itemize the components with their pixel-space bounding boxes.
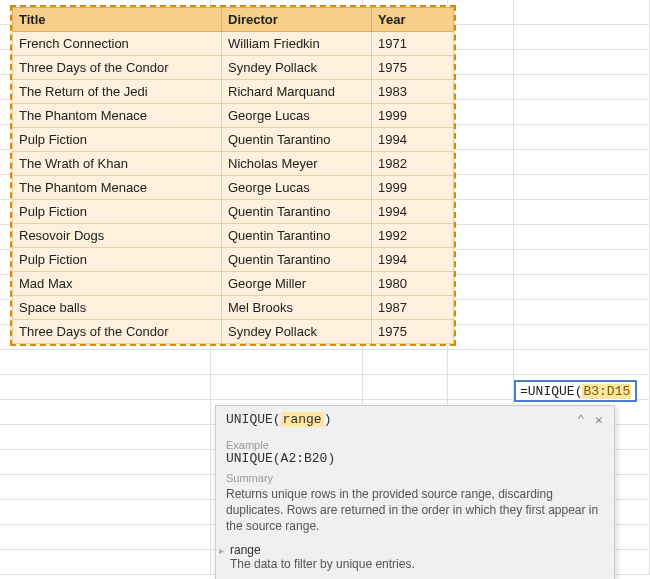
cell-director[interactable]: George Miller [222, 272, 372, 296]
cell[interactable] [0, 450, 211, 475]
cell-title[interactable]: Mad Max [13, 272, 222, 296]
cell[interactable] [448, 25, 514, 50]
table-row: The Phantom MenaceGeorge Lucas1999 [13, 176, 454, 200]
cell[interactable] [448, 0, 514, 25]
cell[interactable] [514, 225, 650, 250]
cell[interactable] [448, 150, 514, 175]
cell-title[interactable]: Space balls [13, 296, 222, 320]
cell[interactable] [514, 150, 650, 175]
cell-title[interactable]: The Phantom Menace [13, 176, 222, 200]
cell[interactable] [448, 175, 514, 200]
cell[interactable] [0, 500, 211, 525]
header-year[interactable]: Year [372, 8, 454, 32]
cell-director[interactable]: George Lucas [222, 176, 372, 200]
cell-director[interactable]: Quentin Tarantino [222, 224, 372, 248]
cell-title[interactable]: Resovoir Dogs [13, 224, 222, 248]
cell-title[interactable]: The Wrath of Khan [13, 152, 222, 176]
cell-year[interactable]: 1992 [372, 224, 454, 248]
cell-title[interactable]: Pulp Fiction [13, 200, 222, 224]
cell[interactable] [514, 125, 650, 150]
cell-title[interactable]: The Return of the Jedi [13, 80, 222, 104]
cell-year[interactable]: 1983 [372, 80, 454, 104]
cell[interactable] [0, 550, 211, 575]
cell-year[interactable]: 1994 [372, 128, 454, 152]
cell[interactable] [514, 100, 650, 125]
arrow-icon[interactable]: ▸ [216, 543, 226, 556]
tooltip-header: UNIQUE(range) ⌃ ✕ [216, 406, 614, 429]
cell[interactable] [514, 25, 650, 50]
cell[interactable] [0, 475, 211, 500]
cell[interactable] [211, 350, 363, 375]
cell-director[interactable]: William Friedkin [222, 32, 372, 56]
cell[interactable] [448, 275, 514, 300]
cell-director[interactable]: Richard Marquand [222, 80, 372, 104]
table-row: Pulp FictionQuentin Tarantino1994 [13, 200, 454, 224]
cell-year[interactable]: 1980 [372, 272, 454, 296]
cell[interactable] [514, 50, 650, 75]
cell[interactable] [448, 225, 514, 250]
header-title[interactable]: Title [13, 8, 222, 32]
cell-year[interactable]: 1999 [372, 176, 454, 200]
cell[interactable] [448, 325, 514, 350]
cell[interactable] [448, 125, 514, 150]
cell-year[interactable]: 1987 [372, 296, 454, 320]
close-icon[interactable]: ✕ [592, 413, 606, 427]
header-director[interactable]: Director [222, 8, 372, 32]
cell-director[interactable]: Syndey Pollack [222, 56, 372, 80]
cell-director[interactable]: George Lucas [222, 104, 372, 128]
cell[interactable] [448, 200, 514, 225]
cell[interactable] [514, 275, 650, 300]
cell-director[interactable]: Syndey Pollack [222, 320, 372, 344]
cell[interactable] [514, 0, 650, 25]
cell-director[interactable]: Mel Brooks [222, 296, 372, 320]
cell[interactable] [514, 75, 650, 100]
cell[interactable] [448, 350, 514, 375]
cell-year[interactable]: 1999 [372, 104, 454, 128]
cell[interactable] [514, 250, 650, 275]
cell-title[interactable]: Pulp Fiction [13, 248, 222, 272]
cell[interactable] [448, 100, 514, 125]
formula-cell[interactable]: =UNIQUE(B3:D15 [514, 380, 637, 402]
cell[interactable] [0, 375, 211, 400]
cell-title[interactable]: The Phantom Menace [13, 104, 222, 128]
cell-title[interactable]: Three Days of the Condor [13, 56, 222, 80]
cell[interactable] [363, 350, 448, 375]
cell[interactable] [448, 375, 514, 400]
range-section: ▸ range The data to filter by unique ent… [216, 543, 604, 571]
cell-director[interactable]: Quentin Tarantino [222, 248, 372, 272]
cell[interactable] [514, 175, 650, 200]
collapse-icon[interactable]: ⌃ [574, 413, 588, 427]
cell[interactable] [448, 250, 514, 275]
cell-year[interactable]: 1994 [372, 248, 454, 272]
cell-director[interactable]: Nicholas Meyer [222, 152, 372, 176]
cell[interactable] [514, 325, 650, 350]
cell[interactable] [0, 525, 211, 550]
cell[interactable] [514, 350, 650, 375]
cell[interactable] [211, 375, 363, 400]
selected-range[interactable]: Title Director Year French ConnectionWil… [10, 5, 456, 346]
example-label: Example [226, 439, 604, 451]
cell-year[interactable]: 1982 [372, 152, 454, 176]
cell-director[interactable]: Quentin Tarantino [222, 128, 372, 152]
cell-year[interactable]: 1975 [372, 56, 454, 80]
cell[interactable] [0, 425, 211, 450]
table-row: Three Days of the CondorSyndey Pollack19… [13, 320, 454, 344]
cell-director[interactable]: Quentin Tarantino [222, 200, 372, 224]
cell[interactable] [363, 375, 448, 400]
cell[interactable] [448, 300, 514, 325]
table-row: Space ballsMel Brooks1987 [13, 296, 454, 320]
cell[interactable] [448, 50, 514, 75]
range-param-desc: The data to filter by unique entries. [230, 557, 604, 571]
cell-title[interactable]: Three Days of the Condor [13, 320, 222, 344]
cell-year[interactable]: 1975 [372, 320, 454, 344]
cell-title[interactable]: Pulp Fiction [13, 128, 222, 152]
cell[interactable] [0, 350, 211, 375]
cell[interactable] [0, 400, 211, 425]
cell[interactable] [514, 300, 650, 325]
range-param-name: range [230, 543, 604, 557]
cell-year[interactable]: 1994 [372, 200, 454, 224]
cell-year[interactable]: 1971 [372, 32, 454, 56]
cell[interactable] [448, 75, 514, 100]
cell-title[interactable]: French Connection [13, 32, 222, 56]
cell[interactable] [514, 200, 650, 225]
